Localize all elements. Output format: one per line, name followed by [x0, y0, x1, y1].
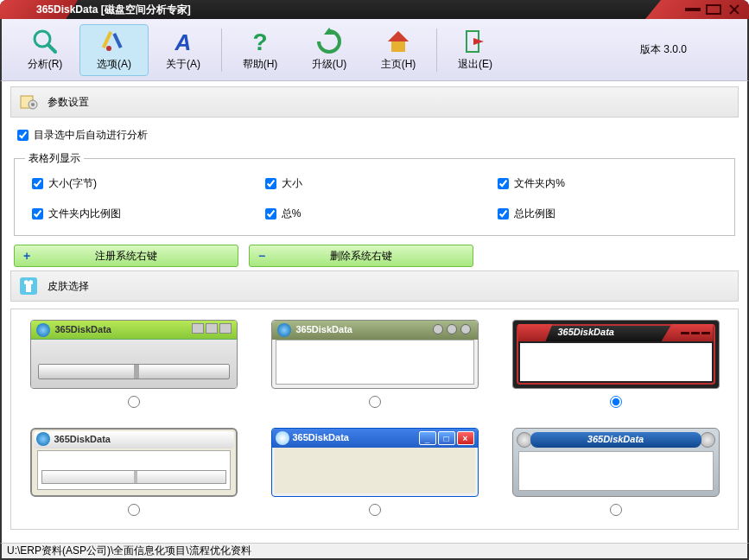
skin-section-header: 皮肤选择	[10, 270, 739, 302]
exit-icon	[461, 28, 489, 55]
skin-radio-2[interactable]	[369, 396, 381, 408]
svg-text:A: A	[175, 29, 192, 55]
skin-option-4: 365DiskData	[22, 428, 245, 519]
svg-rect-3	[112, 33, 122, 48]
svg-marker-9	[388, 31, 409, 41]
house-icon	[384, 28, 412, 55]
skin-preview-classic[interactable]: 365DiskData	[30, 428, 238, 497]
total-pct-checkbox[interactable]: 总%	[258, 203, 492, 225]
skin-radio-5[interactable]	[369, 504, 381, 516]
skin-radio-3[interactable]	[610, 396, 622, 408]
options-button[interactable]: 选项(A)	[79, 24, 149, 76]
skin-option-1: 365DiskData	[22, 320, 245, 410]
skin-preview-green[interactable]: 365DiskData	[30, 320, 238, 389]
skin-option-2: 365DiskData	[263, 320, 486, 410]
skin-preview-chrome[interactable]: 365DiskData	[512, 428, 720, 497]
tools-icon	[100, 28, 128, 55]
svg-rect-2	[102, 31, 112, 48]
skin-preview-olive[interactable]: 365DiskData	[271, 320, 479, 389]
upgrade-button[interactable]: 升级(U)	[295, 24, 364, 76]
size-bytes-checkbox[interactable]: 大小(字节)	[25, 173, 258, 194]
params-section-header: 参数设置	[10, 86, 739, 118]
svg-point-4	[106, 46, 111, 51]
version-label: 版本 3.0.0	[640, 42, 687, 57]
question-icon: ?	[246, 28, 274, 55]
tshirt-icon	[18, 276, 39, 296]
skin-section-title: 皮肤选择	[48, 279, 89, 294]
content-area: 参数设置 目录选中后自动进行分析 表格列显示 大小(字节) 大小 文件夹内% 文…	[0, 81, 749, 543]
minimize-button[interactable]	[685, 8, 701, 11]
toolbar: 分析(R) 选项(A) A 关于(A) ? 帮助(H) 升级(U)	[0, 19, 749, 81]
statusbar: U:\ERP资料(ASP公司)\全面信息化项目\流程优化资料	[0, 543, 749, 560]
help-button[interactable]: ? 帮助(H)	[225, 24, 295, 76]
close-button[interactable]	[727, 4, 742, 15]
status-path: U:\ERP资料(ASP公司)\全面信息化项目\流程优化资料	[7, 544, 251, 558]
toolbar-separator	[221, 29, 222, 72]
unregister-context-button[interactable]: − 删除系统右键	[249, 245, 473, 267]
svg-point-14	[31, 103, 35, 106]
svg-text:?: ?	[252, 29, 267, 55]
fieldset-legend: 表格列显示	[25, 151, 84, 166]
skin-option-3: 365DiskData	[504, 320, 727, 410]
titlebar: 365DiskData [磁盘空间分析专家]	[0, 0, 749, 19]
params-section-title: 参数设置	[48, 95, 89, 110]
folder-pct-checkbox[interactable]: 文件夹内%	[491, 173, 724, 194]
auto-analyze-input[interactable]	[17, 130, 29, 141]
svg-line-1	[48, 45, 55, 52]
about-button[interactable]: A 关于(A)	[149, 24, 218, 76]
a-letter-icon: A	[169, 28, 197, 55]
refresh-icon	[315, 28, 343, 55]
toolbar-separator	[436, 29, 437, 72]
titlebar-accent-right	[645, 0, 749, 19]
table-columns-fieldset: 表格列显示 大小(字节) 大小 文件夹内% 文件夹内比例图 总% 总比例图	[14, 151, 735, 236]
exit-button[interactable]: 退出(E)	[441, 24, 510, 76]
skin-radio-6[interactable]	[610, 504, 622, 516]
button-row: + 注册系统右键 − 删除系统右键	[14, 245, 735, 267]
skin-grid: 365DiskData 365DiskData	[10, 309, 739, 530]
register-context-button[interactable]: + 注册系统右键	[14, 245, 238, 267]
auto-analyze-checkbox[interactable]: 目录选中后自动进行分析	[10, 124, 739, 146]
size-checkbox[interactable]: 大小	[258, 173, 492, 194]
analyze-button[interactable]: 分析(R)	[10, 24, 79, 76]
window-title: 365DiskData [磁盘空间分析专家]	[36, 3, 191, 17]
skin-radio-1[interactable]	[128, 396, 140, 408]
minus-icon: −	[258, 249, 265, 263]
skin-option-6: 365DiskData	[504, 428, 727, 519]
magnifier-icon	[31, 28, 59, 55]
plus-icon: +	[23, 249, 30, 263]
app-window: 365DiskData [磁盘空间分析专家] 分析(R) 选项(A) A 关于(…	[0, 0, 749, 560]
skin-preview-xp[interactable]: 365DiskData _□×	[271, 428, 479, 497]
settings-icon	[18, 92, 39, 112]
skin-preview-red[interactable]: 365DiskData	[512, 320, 720, 389]
folder-ratio-chart-checkbox[interactable]: 文件夹内比例图	[25, 203, 258, 225]
home-button[interactable]: 主页(H)	[364, 24, 433, 76]
maximize-button[interactable]	[706, 4, 721, 15]
total-ratio-chart-checkbox[interactable]: 总比例图	[491, 203, 724, 225]
skin-option-5: 365DiskData _□×	[263, 428, 486, 519]
skin-radio-4[interactable]	[128, 504, 140, 516]
